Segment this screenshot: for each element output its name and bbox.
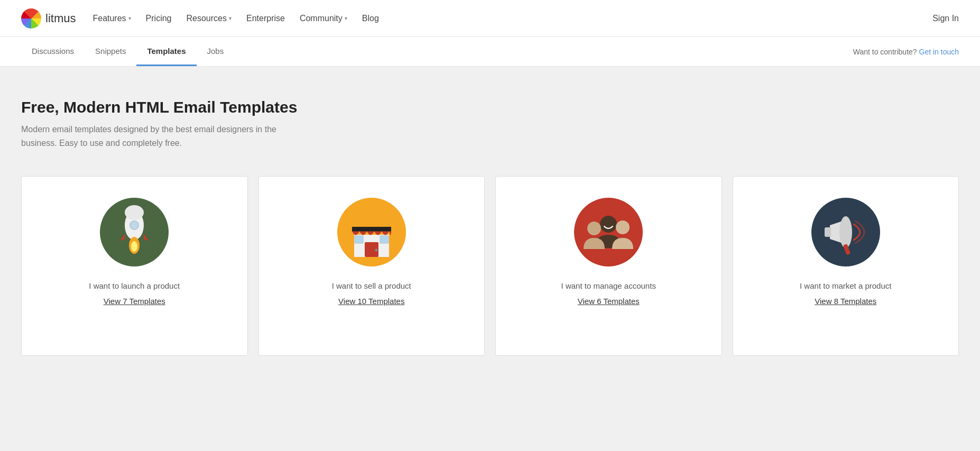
tab-jobs[interactable]: Jobs: [197, 37, 235, 66]
svg-rect-21: [825, 227, 831, 237]
card-launch-product: I want to launch a product View 7 Templa…: [21, 176, 248, 356]
svg-point-17: [587, 222, 601, 235]
page-title: Free, Modern HTML Email Templates: [21, 98, 959, 116]
megaphone-icon: [811, 198, 880, 266]
view-sell-templates-link[interactable]: View 10 Templates: [338, 297, 404, 306]
card-manage-accounts: I want to manage accounts View 6 Templat…: [495, 176, 722, 356]
view-launch-templates-link[interactable]: View 7 Templates: [104, 297, 165, 306]
svg-point-11: [375, 249, 377, 252]
people-icon: [574, 198, 643, 266]
get-in-touch-link[interactable]: Get in touch: [919, 48, 959, 56]
card-manage-label: I want to manage accounts: [561, 281, 656, 290]
nav-item-pricing[interactable]: Pricing: [146, 14, 172, 23]
signin-link[interactable]: Sign In: [932, 14, 959, 23]
svg-rect-12: [352, 227, 391, 231]
view-market-templates-link[interactable]: View 8 Templates: [815, 297, 876, 306]
svg-point-7: [131, 241, 137, 252]
chevron-down-icon: ▾: [128, 15, 131, 21]
card-launch-label: I want to launch a product: [89, 281, 180, 290]
page-subtitle: Modern email templates designed by the b…: [21, 123, 296, 150]
subnav-tabs: Discussions Snippets Templates Jobs: [21, 37, 234, 66]
nav-item-community[interactable]: Community ▾: [300, 14, 347, 23]
chevron-down-icon: ▾: [345, 15, 347, 21]
svg-rect-14: [380, 236, 389, 243]
rocket-icon: [100, 198, 169, 266]
subnav-contribute: Want to contribute? Get in touch: [853, 48, 959, 56]
nav-item-features[interactable]: Features ▾: [93, 14, 131, 23]
nav-items: Features ▾ Pricing Resources ▾ Enterpris…: [93, 14, 378, 23]
card-market-label: I want to market a product: [800, 281, 891, 290]
svg-point-16: [600, 216, 617, 233]
svg-point-2: [125, 205, 144, 220]
subnav: Discussions Snippets Templates Jobs Want…: [0, 37, 980, 67]
view-manage-templates-link[interactable]: View 6 Templates: [578, 297, 640, 306]
nav-item-blog[interactable]: Blog: [362, 14, 379, 23]
svg-point-18: [616, 220, 630, 234]
svg-rect-13: [355, 236, 363, 243]
nav-item-enterprise[interactable]: Enterprise: [246, 14, 285, 23]
card-sell-product: I want to sell a product View 10 Templat…: [258, 176, 485, 356]
tab-discussions[interactable]: Discussions: [21, 37, 85, 66]
card-market-product: I want to market a product View 8 Templa…: [733, 176, 959, 356]
svg-point-22: [839, 216, 852, 248]
logo-text: litmus: [45, 12, 76, 25]
nav-item-resources[interactable]: Resources ▾: [187, 14, 232, 23]
store-icon: [337, 198, 406, 266]
card-sell-label: I want to sell a product: [332, 281, 411, 290]
chevron-down-icon: ▾: [229, 15, 232, 21]
tab-snippets[interactable]: Snippets: [85, 37, 136, 66]
tab-templates[interactable]: Templates: [136, 37, 196, 66]
template-cards-row: I want to launch a product View 7 Templa…: [21, 176, 959, 356]
logo[interactable]: litmus: [21, 8, 76, 29]
main-content: Free, Modern HTML Email Templates Modern…: [0, 67, 980, 451]
navbar-left: litmus Features ▾ Pricing Resources ▾ En…: [21, 8, 379, 29]
svg-point-3: [130, 221, 138, 229]
logo-icon: [21, 8, 41, 29]
navbar: litmus Features ▾ Pricing Resources ▾ En…: [0, 0, 980, 37]
